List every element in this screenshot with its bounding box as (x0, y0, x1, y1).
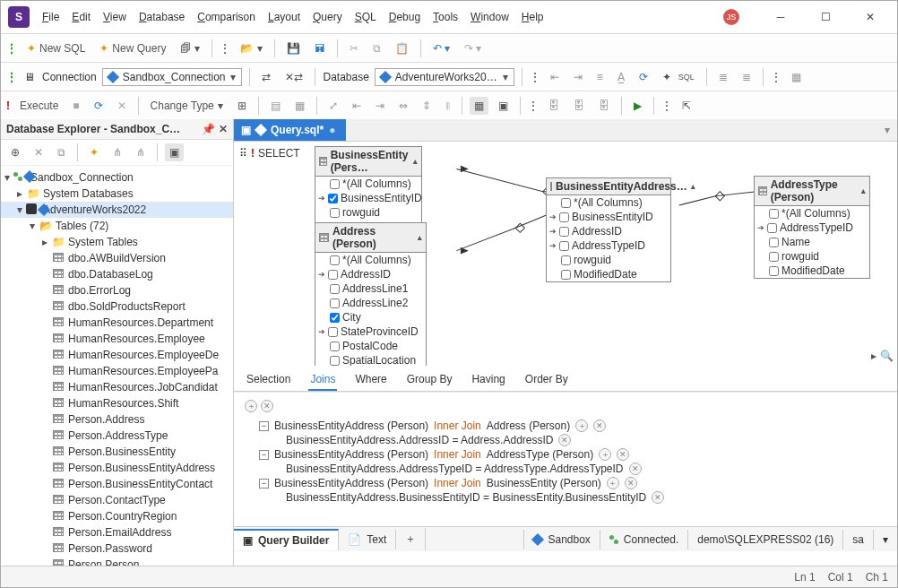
menu-window[interactable]: Window (465, 7, 514, 27)
open-button[interactable]: 📂 ▾ (236, 39, 267, 57)
menu-sql[interactable]: SQL (350, 7, 382, 27)
db-button3[interactable]: 🗄 (594, 97, 614, 115)
menu-layout[interactable]: Layout (263, 7, 306, 27)
zoom-icon[interactable]: 🔍 (880, 350, 894, 362)
column-checkbox[interactable] (328, 270, 338, 280)
card-view-button[interactable]: ▣ (494, 97, 513, 115)
qtab-selection[interactable]: Selection (245, 369, 292, 391)
tree-node[interactable]: HumanResources.Department (1, 315, 233, 331)
tree-node[interactable]: Person.BusinessEntityContact (1, 476, 233, 492)
filter1-button[interactable]: ✦ (85, 143, 103, 161)
entity-addresstype[interactable]: AddressType (Person)▴*(All Columns)➔Addr… (754, 176, 870, 279)
column-checkbox[interactable] (330, 342, 340, 351)
collapse-left-button[interactable]: ⇤ (348, 97, 366, 115)
copy-button[interactable]: ⧉ (368, 39, 385, 57)
qtab-where[interactable]: Where (353, 369, 388, 391)
filter3-button[interactable]: ⋔ (132, 143, 150, 161)
column-checkbox[interactable] (561, 255, 571, 265)
maximize-button[interactable]: ☐ (806, 4, 845, 30)
connection-combo[interactable]: Sandbox_Connection▾ (102, 68, 243, 86)
tree-node[interactable]: dbo.AWBuildVersion (1, 250, 233, 266)
menu-comparison[interactable]: Comparison (192, 7, 261, 27)
format-button[interactable]: ≡ (592, 68, 608, 86)
tree-node[interactable]: Person.EmailAddress (1, 524, 233, 540)
menu-view[interactable]: View (98, 7, 132, 27)
menu-file[interactable]: File (37, 7, 65, 27)
menu-debug[interactable]: Debug (384, 7, 426, 27)
db-button2[interactable]: 🗄 (569, 97, 589, 115)
qtab-having[interactable]: Having (470, 369, 506, 391)
column-checkbox[interactable] (561, 198, 571, 208)
query-diagram[interactable]: ⠿ ! SELECT Busines (234, 142, 897, 366)
column-checkbox[interactable] (330, 179, 340, 189)
column-checkbox[interactable] (330, 208, 340, 218)
join-condition[interactable]: BusinessEntityAddress.AddressTypeID = Ad… (243, 463, 888, 475)
align-left-button[interactable]: ≣ (714, 68, 732, 86)
redo-button[interactable]: ↷ ▾ (460, 39, 486, 57)
tree-node[interactable]: dbo.SoldProductsReport (1, 298, 233, 315)
tab-query-builder[interactable]: ▣ Query Builder (234, 529, 339, 550)
column-checkbox[interactable] (767, 223, 777, 233)
layout2-button[interactable]: ▦ (290, 97, 309, 115)
cancel-button[interactable]: ✕ (113, 97, 131, 115)
scroll-right-icon[interactable]: ▸ (871, 350, 876, 362)
grid-button[interactable]: ▦ (787, 68, 806, 86)
tree-node[interactable]: dbo.ErrorLog (1, 282, 233, 298)
delete-button[interactable]: ✕ (30, 143, 47, 161)
menu-query[interactable]: Query (307, 7, 348, 27)
column-checkbox[interactable] (769, 252, 779, 262)
execute-button[interactable]: Execute (15, 97, 63, 115)
join-entry[interactable]: − BusinessEntityAddress (Person) Inner J… (243, 418, 888, 434)
column-checkbox[interactable] (769, 238, 779, 247)
history-button[interactable]: 🗐 ▾ (176, 39, 203, 57)
add-icon[interactable]: ＋ (599, 448, 611, 461)
tree-node[interactable]: Person.AddressType (1, 428, 233, 444)
qtab-joins[interactable]: Joins (308, 369, 337, 391)
column-checkbox[interactable] (330, 313, 340, 323)
db-button1[interactable]: 🗄 (544, 97, 564, 115)
remove-icon[interactable]: ✕ (593, 419, 606, 432)
tree-node[interactable]: Person.CountryRegion (1, 508, 233, 524)
join-condition[interactable]: BusinessEntityAddress.AddressID = Addres… (243, 434, 888, 446)
menu-help[interactable]: Help (516, 7, 549, 27)
remove-join-button[interactable]: ✕ (261, 400, 273, 412)
tree-node[interactable]: Person.Password (1, 540, 233, 557)
tab-menu-button[interactable]: ▾ (877, 120, 897, 140)
qtab-order-by[interactable]: Order By (523, 369, 570, 391)
database-combo[interactable]: AdventureWorks20…▾ (375, 68, 514, 86)
profile-badge[interactable]: JS (723, 9, 739, 25)
save-button[interactable]: 💾 (282, 39, 305, 57)
tree-node[interactable]: ▸📁System Databases (1, 186, 233, 202)
collapse-icon[interactable]: − (259, 421, 269, 431)
column-checkbox[interactable] (330, 298, 340, 308)
column-checkbox[interactable] (330, 356, 340, 366)
join-entry[interactable]: − BusinessEntityAddress (Person) Inner J… (243, 446, 888, 463)
grid-view-button[interactable]: ▦ (470, 97, 488, 115)
column-checkbox[interactable] (769, 266, 779, 276)
tree-node[interactable]: Person.Person (1, 557, 233, 566)
tree-node[interactable]: ▾ Sandbox_Connection (1, 169, 233, 186)
menu-database[interactable]: Database (134, 7, 190, 27)
change-type-button[interactable]: Change Type ▾ (146, 97, 228, 115)
tab-text[interactable]: 📄 Text (339, 530, 396, 549)
tree-node[interactable]: HumanResources.EmployeeDe (1, 347, 233, 363)
column-checkbox[interactable] (559, 227, 569, 237)
minimize-button[interactable]: ─ (761, 4, 800, 30)
column-checkbox[interactable] (561, 270, 571, 280)
menu-edit[interactable]: Edit (66, 7, 96, 27)
entity-address[interactable]: Address (Person)▴*(All Columns)➔AddressI… (315, 222, 427, 366)
copy-button[interactable]: ⧉ (53, 143, 70, 161)
add-join-button[interactable]: ＋ (245, 400, 257, 412)
column-checkbox[interactable] (330, 284, 340, 294)
connect-button[interactable]: ⇄ (257, 68, 275, 86)
new-subquery-button[interactable]: ⊞ (233, 97, 251, 115)
tree-node[interactable]: Person.BusinessEntityAddress (1, 460, 233, 476)
remove-icon[interactable]: ✕ (558, 434, 571, 446)
marker-button[interactable]: A̲ (613, 68, 629, 86)
paste-button[interactable]: 📋 (391, 39, 413, 57)
tree-node[interactable]: HumanResources.JobCandidat (1, 379, 233, 395)
column-checkbox[interactable] (328, 194, 338, 203)
tree-node[interactable]: HumanResources.Employee (1, 331, 233, 347)
add-icon[interactable]: ＋ (607, 477, 619, 489)
close-icon[interactable]: ✕ (219, 123, 228, 135)
